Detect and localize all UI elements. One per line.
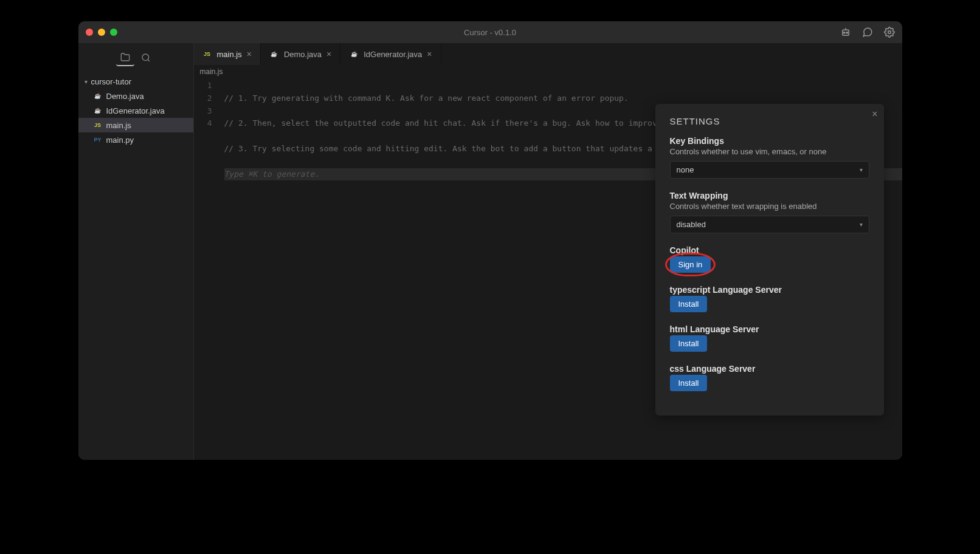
- setting-label: Key Bindings: [670, 136, 869, 146]
- code-line: // 1. Try generating with command K. Ask…: [224, 92, 902, 105]
- editor-tab[interactable]: ☕ Demo.java ×: [261, 43, 340, 65]
- setting-label: Copilot: [670, 245, 869, 255]
- java-icon: ☕: [93, 106, 103, 115]
- svg-point-3: [888, 31, 891, 34]
- setting-copilot: Copilot Sign in: [670, 245, 869, 273]
- chevron-down-icon: ▾: [85, 78, 88, 85]
- close-window-button[interactable]: [86, 29, 93, 36]
- setting-label: html Language Server: [670, 324, 869, 334]
- search-tab[interactable]: [137, 49, 155, 66]
- js-icon: JS: [202, 49, 212, 59]
- dropdown-icon: ▾: [860, 221, 863, 228]
- setting-label: Text Wrapping: [670, 191, 869, 200]
- line-number: 4: [194, 117, 212, 130]
- editor-tab[interactable]: ☕ IdGenerator.java ×: [340, 43, 441, 65]
- java-icon: ☕: [93, 91, 103, 101]
- text-wrapping-select[interactable]: disabled ▾: [670, 216, 869, 233]
- body: ▾ cursor-tutor ☕ Demo.java ☕ IdGenerator…: [78, 43, 902, 460]
- settings-panel: × SETTINGS Key Bindings Controls whether…: [655, 104, 884, 415]
- select-value: disabled: [677, 220, 706, 229]
- setting-key-bindings: Key Bindings Controls whether to use vim…: [670, 136, 869, 179]
- breadcrumb[interactable]: main.js: [194, 65, 902, 78]
- close-tab-icon[interactable]: ×: [326, 49, 331, 59]
- file-tree-item[interactable]: ☕ IdGenerator.java: [78, 103, 193, 118]
- settings-icon[interactable]: [884, 27, 895, 38]
- tab-label: IdGenerator.java: [364, 50, 422, 59]
- project-root[interactable]: ▾ cursor-tutor: [78, 75, 193, 89]
- line-number: 1: [194, 80, 212, 92]
- file-tree-item[interactable]: ☕ Demo.java: [78, 89, 193, 103]
- setting-label: typescript Language Server: [670, 285, 869, 295]
- line-number: 3: [194, 105, 212, 118]
- chat-icon[interactable]: [862, 27, 873, 38]
- close-settings-icon[interactable]: ×: [872, 109, 877, 120]
- titlebar: Cursor - v0.1.0: [78, 21, 902, 43]
- close-tab-icon[interactable]: ×: [427, 49, 432, 59]
- generate-hint: Type ⌘K to generate.: [224, 169, 320, 179]
- select-value: none: [677, 165, 694, 174]
- tab-label: Demo.java: [284, 50, 322, 59]
- install-ts-button[interactable]: Install: [670, 296, 708, 312]
- minimize-window-button[interactable]: [98, 29, 105, 36]
- window-title: Cursor - v0.1.0: [464, 28, 516, 37]
- py-icon: PY: [93, 135, 103, 145]
- traffic-lights: [86, 29, 117, 36]
- sidebar: ▾ cursor-tutor ☕ Demo.java ☕ IdGenerator…: [78, 43, 194, 460]
- java-icon: ☕: [269, 49, 279, 59]
- setting-description: Controls whether to use vim, emacs, or n…: [670, 147, 869, 156]
- svg-point-4: [142, 54, 149, 61]
- editor-tabs: JS main.js × ☕ Demo.java × ☕ IdGenerator…: [194, 43, 902, 65]
- setting-text-wrapping: Text Wrapping Controls whether text wrap…: [670, 191, 869, 233]
- editor-area: JS main.js × ☕ Demo.java × ☕ IdGenerator…: [194, 43, 902, 460]
- settings-title: SETTINGS: [670, 116, 869, 126]
- file-name: main.py: [106, 135, 134, 145]
- file-tree-item[interactable]: JS main.js: [78, 118, 193, 132]
- setting-css-server: css Language Server Install: [670, 364, 869, 391]
- tab-label: main.js: [217, 50, 242, 59]
- close-tab-icon[interactable]: ×: [247, 49, 252, 59]
- explorer-tab[interactable]: [116, 49, 134, 66]
- key-bindings-select[interactable]: none ▾: [670, 161, 869, 179]
- setting-ts-server: typescript Language Server Install: [670, 285, 869, 312]
- line-number: 2: [194, 92, 212, 105]
- copilot-sign-in-button[interactable]: Sign in: [670, 256, 711, 273]
- titlebar-right: [840, 27, 895, 38]
- setting-html-server: html Language Server Install: [670, 324, 869, 352]
- install-css-button[interactable]: Install: [670, 375, 708, 391]
- file-name: main.js: [106, 121, 131, 130]
- file-name: Demo.java: [106, 92, 144, 101]
- editor-tab[interactable]: JS main.js ×: [194, 43, 261, 65]
- setting-label: css Language Server: [670, 364, 869, 374]
- app-window: Cursor - v0.1.0 ▾ cursor-tutor: [78, 21, 902, 460]
- install-html-button[interactable]: Install: [670, 335, 708, 352]
- file-name: IdGenerator.java: [106, 106, 165, 115]
- svg-point-2: [846, 32, 847, 33]
- js-icon: JS: [93, 120, 103, 130]
- dropdown-icon: ▾: [860, 166, 863, 173]
- maximize-window-button[interactable]: [110, 29, 117, 36]
- file-tree: ▾ cursor-tutor ☕ Demo.java ☕ IdGenerator…: [78, 72, 193, 149]
- line-gutter: 1 2 3 4: [194, 80, 224, 206]
- project-name: cursor-tutor: [91, 77, 131, 86]
- file-tree-item[interactable]: PY main.py: [78, 132, 193, 147]
- svg-point-1: [843, 32, 844, 33]
- setting-description: Controls whether text wrapping is enable…: [670, 202, 869, 211]
- copilot-icon[interactable]: [840, 27, 851, 38]
- sidebar-tabs: [78, 43, 193, 72]
- java-icon: ☕: [349, 49, 359, 59]
